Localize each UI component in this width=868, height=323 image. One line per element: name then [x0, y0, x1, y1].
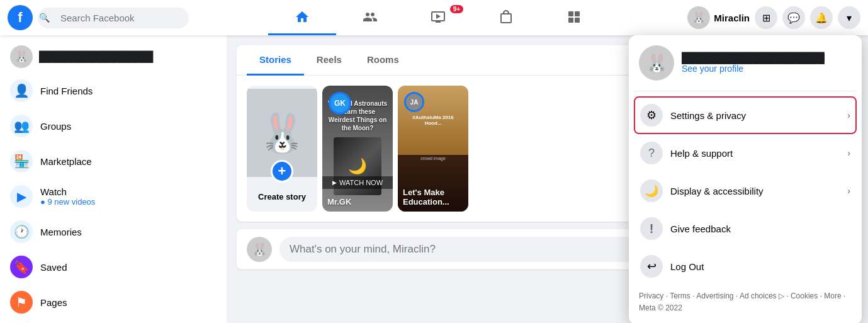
- feedback-icon: !: [640, 217, 663, 240]
- marketplace-icon: 🏪: [10, 150, 33, 173]
- help-icon: ?: [640, 142, 663, 164]
- sidebar-item-marketplace[interactable]: 🏪 Marketplace: [3, 144, 224, 179]
- dropdown-display-accessibility[interactable]: 🌙 Display & accessibility ›: [634, 172, 857, 210]
- post-avatar: 🐰: [247, 237, 272, 262]
- chevron-right-icon: ›: [847, 148, 850, 158]
- story-card-edu[interactable]: #AuthaluMa 2016Hood... crowd image JA Le…: [398, 86, 468, 212]
- tab-rooms[interactable]: Rooms: [354, 45, 412, 76]
- find-friends-icon: 👤: [10, 79, 33, 102]
- dropdown-see-profile: See your profile: [682, 64, 825, 74]
- footer-link-terms[interactable]: Terms: [670, 292, 690, 300]
- footer-link-cookies[interactable]: Cookies: [791, 292, 818, 300]
- sidebar-watch-sub: ● 9 new videos: [40, 197, 95, 207]
- nav-tab-friends[interactable]: [336, 0, 404, 35]
- nav-avatar: 🐰: [687, 6, 710, 29]
- create-story-label: Create story: [258, 192, 306, 201]
- dropdown-profile-info: ████████████████████ See your profile: [682, 52, 825, 74]
- sidebar-avatar: 🐰: [10, 45, 33, 68]
- chevron-right-icon: ›: [847, 186, 850, 196]
- story-label-gk: Mr.GK: [327, 197, 388, 207]
- nav-tab-marketplace[interactable]: [472, 0, 540, 35]
- nav-right-section: 🐰 Miraclin ⊞ 💬 🔔 ▾: [687, 6, 860, 29]
- create-story-card[interactable]: 🐰 + Create story: [247, 86, 317, 212]
- chevron-right-icon: ›: [847, 110, 850, 120]
- story-card-gk[interactable]: Why did Astronauts Learn these Weirdest …: [322, 86, 393, 212]
- nav-profile-link[interactable]: 🐰 Miraclin: [687, 6, 750, 29]
- tab-stories[interactable]: Stories: [247, 45, 304, 76]
- grid-icon-button[interactable]: ⊞: [755, 6, 777, 29]
- logout-icon: ↩: [640, 255, 663, 278]
- nav-tabs: 9+: [189, 0, 687, 35]
- memories-icon: 🕐: [10, 220, 33, 243]
- notifications-icon-button[interactable]: 🔔: [810, 6, 833, 29]
- create-story-plus-icon: +: [271, 160, 293, 183]
- nav-tab-groups[interactable]: [540, 0, 608, 35]
- sidebar-item-label: Watch: [40, 186, 95, 197]
- footer-link-advertising[interactable]: Advertising: [696, 292, 733, 300]
- svg-rect-1: [575, 11, 580, 16]
- sidebar-item-pages[interactable]: ⚑ Pages: [3, 285, 224, 320]
- settings-icon: ⚙: [640, 104, 663, 127]
- sidebar-item-saved[interactable]: 🔖 Saved: [3, 249, 224, 285]
- nav-tab-watch[interactable]: 9+: [404, 0, 472, 35]
- story-label-edu: Let's Make Education...: [403, 188, 463, 207]
- top-navigation: f 🔍 9+ 🐰 Miraclin ⊞ 💬: [0, 0, 868, 35]
- svg-rect-2: [568, 18, 573, 23]
- nav-username: Miraclin: [714, 13, 750, 23]
- sidebar-item-label: Saved: [40, 262, 67, 273]
- dropdown-item-label: Give feedback: [670, 224, 850, 234]
- footer-link-more[interactable]: More: [824, 292, 841, 300]
- dropdown-profile-link[interactable]: 🐰 ████████████████████ See your profile: [634, 40, 857, 86]
- footer-link-privacy[interactable]: Privacy: [639, 292, 663, 300]
- story-edu-avatar: JA: [404, 92, 424, 112]
- pages-icon: ⚑: [10, 291, 33, 314]
- sidebar-item-label: Memories: [40, 227, 82, 237]
- display-icon: 🌙: [640, 179, 663, 202]
- svg-rect-3: [575, 18, 580, 23]
- sidebar-item-label: Groups: [40, 121, 71, 132]
- dropdown-divider: [634, 91, 857, 91]
- left-sidebar: 🐰 ████████████████ 👤 Find Friends 👥 Grou…: [0, 35, 227, 323]
- nav-tab-home[interactable]: [268, 0, 336, 35]
- dropdown-profile-name: ████████████████████: [682, 52, 825, 64]
- footer-link-adchoices[interactable]: Ad choices ▷: [740, 292, 784, 300]
- footer-copyright: Meta © 2022: [639, 303, 682, 312]
- sidebar-profile-link[interactable]: 🐰 ████████████████: [3, 40, 224, 73]
- groups-icon: 👥: [10, 115, 33, 137]
- saved-icon: 🔖: [10, 256, 33, 278]
- dropdown-logout[interactable]: ↩ Log Out: [634, 247, 857, 285]
- sidebar-item-label: Pages: [40, 297, 67, 308]
- dropdown-avatar: 🐰: [639, 45, 674, 81]
- facebook-logo[interactable]: f: [8, 5, 33, 30]
- dropdown-item-label: Display & accessibility: [670, 186, 840, 196]
- tab-reels[interactable]: Reels: [304, 45, 354, 76]
- sidebar-item-find-friends[interactable]: 👤 Find Friends: [3, 73, 224, 108]
- messenger-icon-button[interactable]: 💬: [782, 6, 805, 29]
- svg-rect-0: [568, 11, 573, 16]
- dropdown-item-label: Log Out: [670, 261, 850, 272]
- dropdown-item-label: Help & support: [670, 148, 840, 159]
- dropdown-give-feedback[interactable]: ! Give feedback: [634, 210, 857, 247]
- search-icon: 🔍: [39, 13, 50, 23]
- account-dropdown: 🐰 ████████████████████ See your profile …: [629, 35, 862, 323]
- dropdown-settings-privacy[interactable]: ⚙ Settings & privacy ›: [634, 96, 857, 134]
- watch-icon: ▶: [10, 185, 33, 208]
- sidebar-item-watch[interactable]: ▶ Watch ● 9 new videos: [3, 179, 224, 214]
- dropdown-help-support[interactable]: ? Help & support ›: [634, 134, 857, 172]
- account-menu-button[interactable]: ▾: [838, 6, 860, 29]
- dropdown-footer: Privacy · Terms · Advertising · Ad choic…: [634, 285, 857, 319]
- watch-badge: 9+: [450, 5, 463, 13]
- dropdown-item-label: Settings & privacy: [670, 110, 840, 121]
- sidebar-username: ████████████████: [39, 51, 153, 62]
- story-avatar: GK: [329, 92, 351, 115]
- sidebar-item-groups[interactable]: 👥 Groups: [3, 108, 224, 144]
- search-input[interactable]: [38, 8, 189, 28]
- sidebar-item-label: Marketplace: [40, 156, 92, 167]
- sidebar-watch-info: Watch ● 9 new videos: [40, 186, 95, 207]
- sidebar-item-label: Find Friends: [40, 86, 93, 96]
- story-watch-now: ▶ WATCH NOW: [322, 176, 393, 189]
- sidebar-item-memories[interactable]: 🕐 Memories: [3, 214, 224, 249]
